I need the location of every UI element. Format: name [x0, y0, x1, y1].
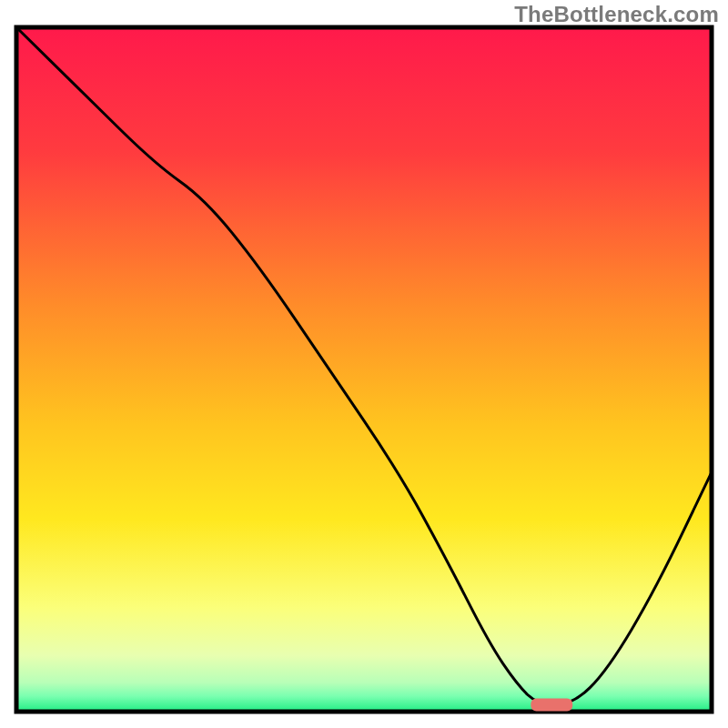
highlight-marker	[531, 698, 572, 711]
chart-container: { "watermark": "TheBottleneck.com", "cha…	[0, 0, 728, 728]
bottleneck-chart	[0, 0, 728, 728]
watermark-text: TheBottleneck.com	[514, 2, 719, 27]
